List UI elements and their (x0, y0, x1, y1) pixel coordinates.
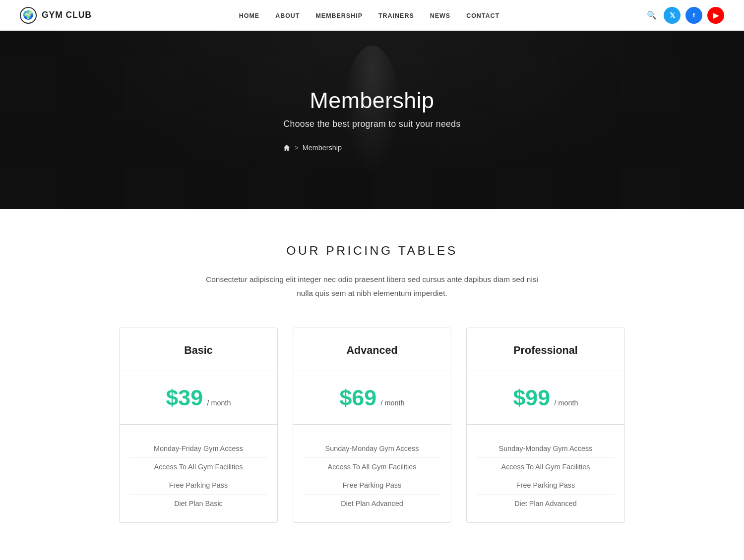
card-price-advanced: $69 (339, 385, 376, 410)
hero-content: Membership Choose the best program to su… (283, 88, 460, 152)
list-item: Diet Plan Advanced (477, 495, 615, 512)
nav-trainers[interactable]: TRAINERS (378, 12, 414, 19)
hero-subtitle: Choose the best program to suit your nee… (283, 119, 460, 129)
card-price-professional: $99 (513, 385, 550, 410)
list-item: Access To All Gym Facilities (129, 458, 267, 476)
pricing-card-professional: Professional $99 / month Sunday-Monday G… (466, 328, 625, 523)
nav-news[interactable]: NEWS (430, 12, 450, 19)
breadcrumb-current: Membership (303, 144, 342, 152)
list-item: Sunday-Monday Gym Access (303, 440, 441, 458)
list-item: Monday-Friday Gym Access (129, 440, 267, 458)
nav-about[interactable]: ABOUT (275, 12, 300, 19)
hero-section: Membership Choose the best program to su… (0, 31, 744, 209)
logo[interactable]: 🌍 GYM CLUB (20, 7, 92, 24)
pricing-section-title: OUR PRICING TABLES (40, 244, 704, 258)
home-icon (283, 144, 290, 151)
card-price-block-basic: $39 / month (120, 371, 277, 425)
nav-links: HOME ABOUT MEMBERSHIP TRAINERS NEWS CONT… (239, 11, 499, 20)
breadcrumb-separator: > (294, 144, 298, 152)
card-price-unit-professional: / month (555, 399, 578, 407)
list-item: Free Parking Pass (303, 476, 441, 495)
breadcrumb-home-link[interactable] (283, 143, 290, 152)
youtube-icon: ▶ (713, 11, 719, 19)
card-title-professional: Professional (477, 344, 615, 357)
card-header-professional: Professional (467, 328, 624, 371)
breadcrumb: > Membership (283, 143, 460, 152)
list-item: Sunday-Monday Gym Access (477, 440, 615, 458)
card-header-advanced: Advanced (293, 328, 451, 371)
card-header-basic: Basic (120, 328, 277, 371)
nav-right: 🔍 𝕏 f ▶ (647, 7, 724, 24)
nav-home[interactable]: HOME (239, 12, 259, 19)
card-features-advanced: Sunday-Monday Gym Access Access To All G… (293, 425, 451, 522)
list-item: Access To All Gym Facilities (477, 458, 615, 476)
facebook-button[interactable]: f (685, 7, 702, 24)
card-price-block-professional: $99 / month (467, 371, 624, 425)
list-item: Diet Plan Basic (129, 495, 267, 512)
pricing-cards: Basic $39 / month Monday-Friday Gym Acce… (40, 328, 704, 523)
card-features-professional: Sunday-Monday Gym Access Access To All G… (467, 425, 624, 522)
hero-title: Membership (283, 88, 460, 113)
twitter-button[interactable]: 𝕏 (664, 7, 681, 24)
nav-contact[interactable]: CONTACT (466, 12, 499, 19)
logo-icon: 🌍 (20, 7, 37, 24)
card-price-block-advanced: $69 / month (293, 371, 451, 425)
card-title-advanced: Advanced (303, 344, 441, 357)
card-price-unit-advanced: / month (381, 399, 405, 407)
navbar: 🌍 GYM CLUB HOME ABOUT MEMBERSHIP TRAINER… (0, 0, 744, 31)
card-price-basic: $39 (166, 385, 203, 410)
card-price-unit-basic: / month (207, 399, 231, 407)
search-icon[interactable]: 🔍 (647, 10, 657, 20)
pricing-section: OUR PRICING TABLES Consectetur adipiscin… (0, 209, 744, 553)
youtube-button[interactable]: ▶ (707, 7, 724, 24)
pricing-section-desc: Consectetur adipiscing elit integer nec … (198, 273, 546, 300)
twitter-icon: 𝕏 (670, 11, 675, 19)
list-item: Diet Plan Advanced (303, 495, 441, 512)
nav-membership[interactable]: MEMBERSHIP (315, 12, 363, 19)
logo-text: GYM CLUB (42, 10, 92, 20)
list-item: Free Parking Pass (477, 476, 615, 495)
list-item: Free Parking Pass (129, 476, 267, 495)
pricing-card-advanced: Advanced $69 / month Sunday-Monday Gym A… (293, 328, 451, 523)
list-item: Access To All Gym Facilities (303, 458, 441, 476)
pricing-card-basic: Basic $39 / month Monday-Friday Gym Acce… (119, 328, 278, 523)
card-title-basic: Basic (129, 344, 267, 357)
card-features-basic: Monday-Friday Gym Access Access To All G… (120, 425, 277, 522)
facebook-icon: f (693, 11, 695, 19)
